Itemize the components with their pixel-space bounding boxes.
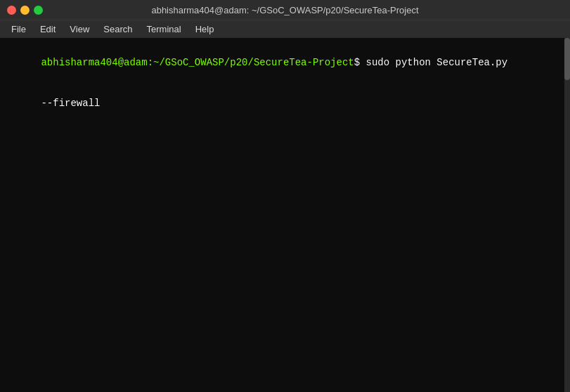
close-button[interactable] [7, 6, 16, 15]
menu-terminal[interactable]: Terminal [141, 22, 187, 36]
terminal-window: abhisharma404@adam: ~/GSoC_OWASP/p20/Sec… [0, 0, 570, 392]
prompt-path: :~/GSoC_OWASP/p20/SecureTea-Project [148, 57, 354, 68]
scrollbar[interactable] [564, 38, 570, 392]
command-text: sudo python SecureTea.py [360, 57, 507, 68]
prompt-symbol: $ [354, 57, 360, 68]
output-text-firewall: --firewall [41, 98, 100, 109]
maximize-button[interactable] [34, 6, 43, 15]
terminal-command-line: abhisharma404@adam:~/GSoC_OWASP/p20/Secu… [6, 42, 564, 84]
scrollbar-thumb[interactable] [564, 38, 570, 80]
terminal-output-line1: --firewall [6, 84, 564, 125]
window-title: abhisharma404@adam: ~/GSoC_OWASP/p20/Sec… [151, 5, 418, 15]
prompt-user: abhisharma404@adam [41, 57, 147, 68]
menubar: File Edit View Search Terminal Help [0, 20, 570, 38]
menu-search[interactable]: Search [98, 22, 138, 36]
terminal-body[interactable]: abhisharma404@adam:~/GSoC_OWASP/p20/Secu… [0, 38, 570, 392]
window-controls [7, 6, 43, 15]
menu-edit[interactable]: Edit [34, 22, 61, 36]
menu-view[interactable]: View [64, 22, 95, 36]
titlebar: abhisharma404@adam: ~/GSoC_OWASP/p20/Sec… [0, 0, 570, 20]
menu-help[interactable]: Help [190, 22, 220, 36]
minimize-button[interactable] [20, 6, 30, 15]
menu-file[interactable]: File [6, 22, 32, 36]
